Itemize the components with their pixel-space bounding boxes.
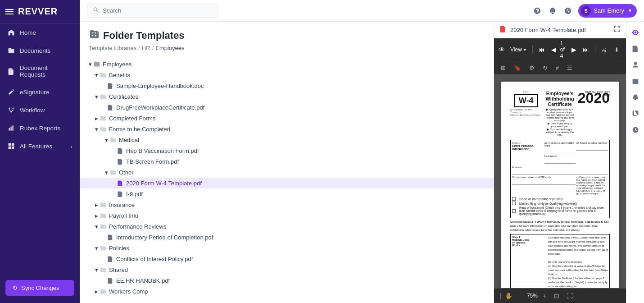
help-icon[interactable]	[532, 6, 542, 16]
list-button[interactable]: ☰	[565, 63, 575, 73]
main-content: S Sam Emery ▼ Folder Templates Template …	[80, 0, 644, 303]
sidebar-item-esignature[interactable]: eSignature	[0, 83, 80, 101]
page-navigation: ⏮ ◀ 1 of 4 ▶ ⏭	[536, 40, 591, 59]
file-panel-header: Folder Templates Template Libraries / HR…	[80, 22, 494, 55]
tree-item-ee-hr-handbook[interactable]: EE.HR.HANDBK.pdf	[80, 275, 494, 286]
search-box[interactable]	[87, 4, 218, 18]
tree-item-workers-comp[interactable]: ▸ Workers Comp	[80, 286, 494, 297]
tree-item-drugfree[interactable]: DrugFreeWorkplaceCertificate.pdf	[80, 102, 494, 113]
folder-icon	[100, 288, 107, 295]
preview-bottom-toolbar: | ✋ − 75% + ⊡ ⛶	[494, 288, 626, 303]
pdf-file-icon	[117, 190, 124, 197]
next-page-button[interactable]: ▶	[569, 45, 579, 55]
tree-item-certificates[interactable]: ▾ Certificates	[80, 91, 494, 102]
chart-icon	[7, 124, 15, 132]
workflow-icon	[7, 106, 15, 114]
folder-icon	[100, 71, 107, 78]
pen-icon	[7, 88, 15, 96]
view-button[interactable]: View ▾	[508, 45, 529, 54]
sidebar-item-document-requests[interactable]: Document Requests	[0, 60, 80, 83]
fit-width-button[interactable]: ⛶	[565, 291, 575, 300]
file-tree: ▾ Employees ▾ Benefits	[80, 55, 494, 303]
print-button[interactable]: 🖨	[599, 45, 609, 55]
breadcrumb-template-libraries[interactable]: Template Libraries	[89, 45, 136, 51]
tree-item-w4[interactable]: 2020 Form W-4 Template.pdf	[80, 178, 494, 188]
folder-icon	[100, 266, 107, 273]
tree-item-employees[interactable]: ▾ Employees	[80, 59, 494, 69]
sidebar-item-all-features[interactable]: All Features ›	[0, 137, 80, 155]
chevron-down-icon: ▼	[628, 8, 632, 13]
tree-item-intro-period[interactable]: Introductory Period of Completion.pdf	[80, 232, 494, 243]
user-menu[interactable]: S Sam Emery ▼	[578, 4, 637, 18]
tree-item-payroll[interactable]: ▸ Payroll Info	[80, 210, 494, 221]
chevron-down-icon: ▾	[103, 137, 109, 143]
bookmark-button[interactable]: 🔖	[512, 63, 523, 73]
history-icon[interactable]	[563, 6, 573, 16]
chevron-right-icon: ▸	[93, 288, 100, 294]
settings2-button[interactable]: ⚙	[527, 63, 537, 73]
sidebar-item-documents[interactable]: Documents	[0, 41, 80, 60]
cursor-icon[interactable]: |	[499, 292, 501, 299]
rs-history-icon[interactable]	[628, 123, 643, 137]
folder-icon	[100, 93, 107, 100]
zoom-in-button[interactable]: +	[541, 291, 549, 300]
sidebar-item-workflow[interactable]: Workflow	[0, 101, 80, 119]
breadcrumb-hr[interactable]: HR	[142, 45, 150, 51]
sync-changes-button[interactable]: ↻ Sync Changes	[5, 280, 74, 296]
tree-item-completed-forms[interactable]: ▸ Completed Forms	[80, 113, 494, 124]
folder-group-icon	[93, 60, 100, 68]
bell-icon[interactable]	[548, 6, 558, 16]
svg-rect-4	[10, 127, 11, 131]
search-icon	[93, 7, 99, 15]
last-page-button[interactable]: ⏭	[581, 45, 591, 55]
chevron-right-icon: ▸	[93, 115, 100, 121]
download-button[interactable]: ⬇	[612, 45, 621, 55]
tree-item-conflicts[interactable]: Conflicts of Interest Policy.pdf	[80, 253, 494, 264]
tree-item-benefits[interactable]: ▾ Benefits	[80, 69, 494, 80]
rotate-button[interactable]: ↻	[540, 63, 550, 73]
folder-icon	[100, 212, 107, 219]
fit-page-button[interactable]: ⊡	[552, 291, 561, 300]
tree-item-i9[interactable]: I-9.pdf	[80, 188, 494, 199]
home-icon	[7, 28, 15, 37]
tree-item-policies[interactable]: ▾ Policies	[80, 243, 494, 253]
sync-icon: ↻	[13, 285, 18, 291]
tree-item-perf-reviews[interactable]: ▾ Performance Reviews	[80, 221, 494, 232]
svg-rect-8	[9, 147, 11, 149]
svg-rect-14	[632, 79, 638, 84]
tree-item-medical[interactable]: ▾ Medical	[80, 134, 494, 145]
chevron-down-icon: ▾	[93, 72, 100, 78]
expand-icon[interactable]	[613, 25, 621, 34]
tree-item-forms-to-complete[interactable]: ▾ Forms to be Completed	[80, 124, 494, 134]
tree-item-hep-b[interactable]: Hep B Vaccination Form.pdf	[80, 145, 494, 156]
sidebar-item-home[interactable]: Home	[0, 23, 80, 41]
folder-icon	[100, 223, 107, 230]
tree-item-other[interactable]: ▾ Other	[80, 167, 494, 178]
pdf-file-icon	[117, 147, 124, 154]
rs-bell-icon[interactable]	[628, 90, 643, 105]
rs-eye-icon[interactable]	[628, 25, 643, 40]
svg-rect-5	[12, 125, 13, 130]
sidebar-item-rubex-reports[interactable]: Rubex Reports	[0, 119, 80, 137]
file-request-icon	[7, 67, 15, 75]
tree-item-sample-handbook[interactable]: Sample-Employee-Handbook.doc	[80, 80, 494, 91]
hash-button[interactable]: #	[553, 63, 561, 73]
rs-user-icon[interactable]	[628, 58, 643, 72]
rs-calendar-icon[interactable]	[628, 74, 643, 88]
grid-view-button[interactable]: ⊞	[499, 63, 508, 73]
search-input[interactable]	[103, 7, 212, 14]
zoom-out-button[interactable]: −	[516, 291, 523, 300]
tree-item-tb-screen[interactable]: TB Screen Form.pdf	[80, 156, 494, 167]
tree-item-shared[interactable]: ▾ Shared	[80, 264, 494, 275]
rs-edit-icon[interactable]	[628, 41, 643, 56]
pdf-page: OMB No. 1545-00742020 Form W-4 Departmen…	[501, 82, 619, 288]
chevron-right-icon: ▸	[93, 202, 100, 208]
rs-copy-icon[interactable]	[628, 106, 643, 121]
hand-tool-icon[interactable]: ✋	[505, 292, 512, 299]
separator	[532, 46, 533, 54]
prev-page-button[interactable]: ◀	[549, 45, 558, 55]
hamburger-menu[interactable]	[5, 9, 14, 14]
app-logo: REVVER	[18, 6, 58, 17]
tree-item-insurance[interactable]: ▸ Insurance	[80, 199, 494, 210]
first-page-button[interactable]: ⏮	[536, 45, 547, 55]
